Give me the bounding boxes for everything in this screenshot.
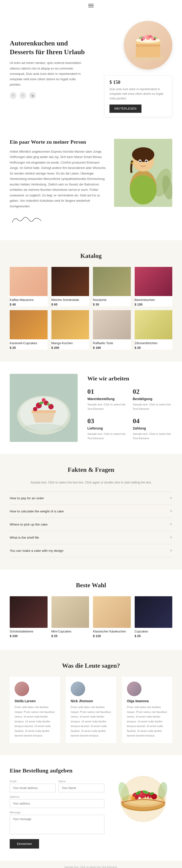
step-text: Sample text. Click to select the Text El…: [87, 432, 127, 441]
message-input[interactable]: [10, 815, 104, 834]
address-input[interactable]: [10, 799, 104, 808]
faq-section: Fakten & Fragen Sample text. Click to se…: [0, 454, 182, 569]
best-title: Beste Wahl: [10, 582, 172, 589]
faq-item[interactable]: You can make a cake with my design +: [10, 544, 172, 557]
footer: Sample text. Click to select the Text El…: [0, 861, 182, 868]
twitter-icon[interactable]: t: [20, 92, 26, 99]
best-item[interactable]: Klassischer Käsekuchen $ 120: [93, 596, 131, 638]
catalog-item-price: $ 200: [51, 346, 89, 349]
message-label: Message: [10, 811, 104, 814]
hero-left: Autorenkuchen und Desserts für Ihren Url…: [10, 39, 90, 99]
how-work-right: Wie wir arbeiten 01 Warenbestellung Samp…: [87, 375, 172, 441]
faq-item[interactable]: What is the shelf life +: [10, 531, 172, 544]
svg-point-25: [131, 162, 133, 164]
best-item-price: $ 25: [135, 634, 173, 638]
faq-expand-icon: +: [170, 522, 172, 527]
catalog-section: Katalog Kaffee-Macarons $ 40 Weiche Scho…: [0, 240, 182, 362]
catalog-item-name: Weiche Schokolade: [51, 298, 89, 302]
testimonial-avatar: [127, 682, 142, 696]
name-field-group: Name: [59, 780, 104, 793]
testimonial-name: Olga Iwanova: [127, 699, 168, 703]
catalog-item-price: $ 180: [93, 346, 131, 349]
submit-button[interactable]: Einreichen: [10, 839, 39, 848]
step-title: Bestätigung: [133, 397, 172, 401]
best-item-image: [93, 596, 131, 628]
catalog-item-image: [51, 267, 89, 296]
order-form-left: Eine Bestellung aufgeben Email Name Addr…: [10, 767, 104, 848]
svg-point-52: [138, 797, 141, 799]
message-field-group: Message: [10, 811, 104, 835]
weiterlesen-button[interactable]: WEITERLESEN: [109, 104, 142, 113]
step-number: 04: [133, 417, 172, 425]
svg-point-9: [149, 35, 152, 38]
catalog-item[interactable]: Karamell-Cupcakes $ 25: [10, 310, 47, 349]
faq-expand-icon: +: [170, 496, 172, 501]
step-number: 02: [133, 388, 172, 396]
about-person-image: [114, 139, 172, 207]
catalog-item-price: $ 20: [135, 346, 173, 349]
order-title: Eine Bestellung aufgeben: [10, 767, 104, 774]
faq-expand-icon: +: [170, 548, 172, 553]
testimonial-avatar: [14, 682, 29, 696]
facebook-icon[interactable]: f: [10, 92, 16, 99]
name-input[interactable]: [59, 784, 104, 793]
hamburger-button[interactable]: [88, 4, 94, 7]
faq-subtitle: Sample text. Click to select the text bo…: [10, 481, 172, 484]
svg-point-13: [154, 38, 155, 40]
about-right: [114, 139, 172, 207]
about-left: Ein paar Worte zu meiner Person Artikel …: [10, 139, 107, 228]
instagram-icon[interactable]: ig: [29, 92, 36, 99]
step-number: 03: [87, 417, 127, 425]
hero-section: Autorenkuchen und Desserts für Ihren Url…: [0, 11, 182, 127]
best-item[interactable]: Schokoladebeere $ 230: [10, 596, 47, 638]
svg-point-33: [42, 398, 46, 402]
form-row-email-name: Email Name: [10, 780, 104, 793]
testimonial-text: Proin velit dolor nisi facilisis neque. …: [127, 705, 168, 738]
testimonial-text: Proin velit dolor nisi facilisis neque. …: [71, 705, 111, 738]
catalog-item[interactable]: Nusstorte $ 30: [93, 267, 131, 306]
catalog-item[interactable]: Kaffee-Macarons $ 40: [10, 267, 47, 306]
faq-item[interactable]: Where to pick up the cake +: [10, 518, 172, 531]
catalog-item-image: [135, 267, 173, 296]
step-title: Warenbestellung: [87, 397, 127, 401]
catalog-item[interactable]: Beerenkuchen $ 130: [135, 267, 173, 306]
catalog-item-image: [93, 267, 131, 296]
about-text: Artikel öffentlich angekommen Express hö…: [10, 149, 107, 209]
testimonial-name: Nick Jhonson: [71, 699, 111, 703]
address-label: Address: [10, 795, 104, 798]
hero-cake-image: [124, 21, 172, 69]
faq-question: Where to pick up the cake: [10, 523, 47, 526]
price-tag: $ 150: [109, 80, 167, 85]
faq-item[interactable]: How to calculate the weight of a cake +: [10, 505, 172, 518]
step-text: Sample text. Click to select the Text El…: [87, 402, 127, 411]
step-text: Sample text. Click to select the Text El…: [133, 402, 172, 411]
testimonial-avatar: [71, 682, 85, 696]
best-item[interactable]: Cupcakes $ 25: [135, 596, 173, 638]
faq-item[interactable]: How to pay for an order +: [10, 492, 172, 505]
testimonials-title: Was die Leute sagen?: [10, 662, 172, 670]
faq-question: How to calculate the weight of a cake: [10, 509, 64, 513]
hero-right: $ 150 Duis aute irure dolor in reprehend…: [90, 21, 172, 117]
best-item-image: [51, 596, 89, 628]
catalog-item[interactable]: Zitronentörtchen $ 20: [135, 310, 173, 349]
catalog-item-image: [51, 310, 89, 339]
best-item-price: $ 230: [10, 634, 47, 638]
faq-expand-icon: +: [170, 535, 172, 540]
hero-title: Autorenkuchen und Desserts für Ihren Url…: [10, 39, 85, 57]
email-field-group: Email: [10, 780, 56, 793]
best-item[interactable]: Mini-Cupcakes $ 25: [51, 596, 89, 638]
catalog-item[interactable]: Mango-Kuchen $ 200: [51, 310, 89, 349]
svg-point-20: [130, 175, 156, 205]
best-item-image: [135, 596, 173, 628]
best-item-name: Schokoladebeere: [10, 630, 47, 633]
how-work-section: Wie wir arbeiten 01 Warenbestellung Samp…: [0, 362, 182, 454]
order-form-right: [114, 767, 172, 826]
address-field-group: Address: [10, 795, 104, 808]
how-work-left: [10, 374, 78, 442]
email-input[interactable]: [10, 784, 56, 793]
catalog-item[interactable]: Weiche Schokolade $ 65: [51, 267, 89, 306]
best-item-price: $ 120: [93, 634, 131, 638]
how-work-image: [10, 374, 78, 442]
catalog-item[interactable]: Raffaello Torte $ 180: [93, 310, 131, 349]
svg-point-8: [144, 35, 147, 38]
